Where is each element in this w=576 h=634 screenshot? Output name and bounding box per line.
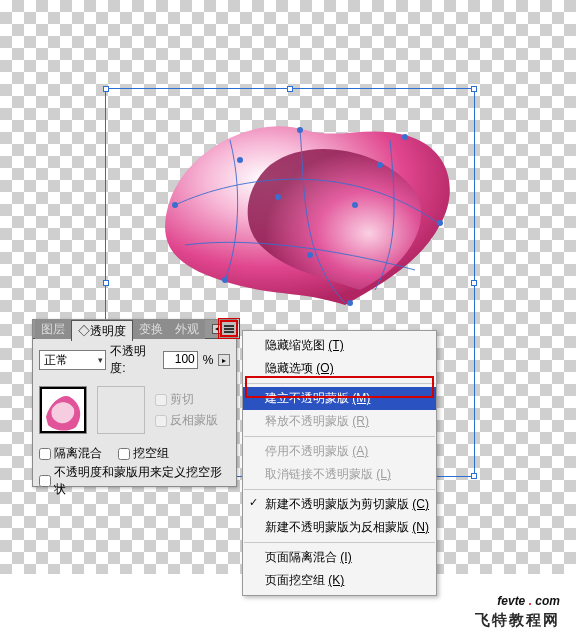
menu-hide-thumbnails[interactable]: 隐藏缩览图 (T) [243,334,436,357]
menu-hide-options[interactable]: 隐藏选项 (O) [243,357,436,380]
opacity-label: 不透明度: [110,343,159,377]
tab-transparency[interactable]: ◇透明度 [71,320,133,341]
brand-tagline: 飞特教程网 [475,612,560,627]
menu-new-mask-clip[interactable]: ✓新建不透明蒙版为剪切蒙版 (C) [243,493,436,516]
knockout-group-checkbox[interactable]: 挖空组 [118,445,169,462]
svg-point-4 [347,300,353,306]
resize-handle-ml[interactable] [103,280,109,286]
menu-new-mask-invert[interactable]: 新建不透明蒙版为反相蒙版 (N) [243,516,436,539]
menu-make-opacity-mask[interactable]: 建立不透明蒙版 (M) [243,387,436,410]
svg-point-7 [352,202,358,208]
menu-separator [244,436,435,437]
menu-separator [244,489,435,490]
opacity-thumbnail[interactable] [39,386,87,434]
svg-point-10 [377,162,383,168]
chevron-down-icon: ▾ [98,355,103,365]
tab-transform[interactable]: 变换 [133,319,169,339]
resize-handle-tm[interactable] [287,86,293,92]
menu-separator [244,383,435,384]
svg-point-0 [172,202,178,208]
blend-mode-value: 正常 [44,352,68,369]
blend-mode-select[interactable]: 正常 ▾ [39,350,106,370]
svg-point-9 [237,157,243,163]
panel-flyout-menu: 隐藏缩览图 (T) 隐藏选项 (O) 建立不透明蒙版 (M) 释放不透明蒙版 (… [242,330,437,596]
opacity-stepper[interactable]: ▸ [218,354,230,366]
isolate-blending-checkbox[interactable]: 隔离混合 [39,445,102,462]
menu-page-knockout[interactable]: 页面挖空组 (K) [243,569,436,592]
check-icon: ✓ [249,496,258,509]
menu-page-isolate[interactable]: 页面隔离混合 (I) [243,546,436,569]
svg-point-1 [297,127,303,133]
clip-checkbox[interactable]: 剪切 [155,391,218,408]
transparency-panel: 图层 ◇透明度 变换 外观 ◂ × 正常 ▾ 不透明度: 100 % ▸ [32,319,237,487]
svg-point-8 [307,252,313,258]
resize-handle-tr[interactable] [471,86,477,92]
menu-disable-opacity-mask: 停用不透明蒙版 (A) [243,440,436,463]
svg-point-5 [222,277,228,283]
resize-handle-tl[interactable] [103,86,109,92]
svg-point-6 [275,194,281,200]
hamburger-icon [224,325,234,333]
brand-logo: fevte . com [497,582,560,610]
invert-mask-checkbox[interactable]: 反相蒙版 [155,412,218,429]
menu-separator [244,542,435,543]
mask-defines-knockout-checkbox[interactable]: 不透明度和蒙版用来定义挖空形状 [39,464,230,498]
menu-release-opacity-mask: 释放不透明蒙版 (R) [243,410,436,433]
resize-handle-br[interactable] [471,473,477,479]
svg-point-2 [402,134,408,140]
artwork-mesh-object[interactable] [150,105,460,315]
percent-sign: % [203,353,214,367]
svg-point-3 [437,220,443,226]
panel-tab-bar: 图层 ◇透明度 变换 外观 ◂ × [33,320,236,339]
resize-handle-mr[interactable] [471,280,477,286]
tab-layers[interactable]: 图层 [35,319,71,339]
panel-flyout-menu-button[interactable] [220,320,238,337]
menu-unlink-opacity-mask: 取消链接不透明蒙版 (L) [243,463,436,486]
opacity-input[interactable]: 100 [163,351,198,369]
mask-thumbnail[interactable] [97,386,145,434]
tab-appearance[interactable]: 外观 [169,319,205,339]
